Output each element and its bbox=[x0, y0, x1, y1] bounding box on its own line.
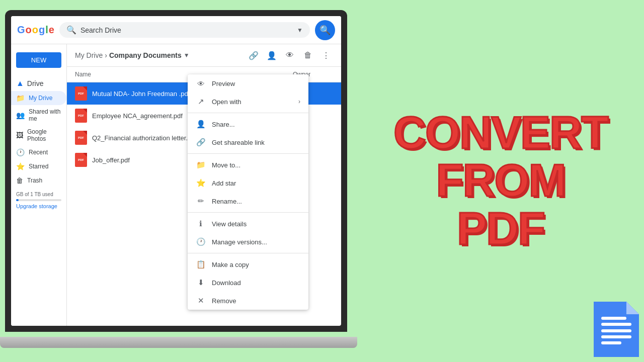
manage-versions-label: Manage versions... bbox=[212, 238, 267, 246]
logo-l: l bbox=[45, 24, 48, 36]
pdf-file-icon bbox=[75, 86, 87, 101]
logo-o2: o bbox=[32, 24, 38, 36]
remove-icon: ✕ bbox=[196, 296, 206, 306]
preview-icon: 👁 bbox=[196, 78, 206, 88]
link-toolbar-icon[interactable]: 🔗 bbox=[247, 48, 261, 62]
context-menu-item-rename[interactable]: ✏ Rename... bbox=[188, 192, 308, 210]
open-with-arrow-icon: › bbox=[298, 98, 300, 105]
context-menu-item-download[interactable]: ⬇ Download bbox=[188, 274, 308, 292]
shared-icon: 👥 bbox=[16, 111, 25, 119]
get-link-label: Get shareable link bbox=[212, 139, 265, 146]
overlay-line2: FROM bbox=[436, 159, 566, 203]
sidebar-item-starred[interactable]: ⭐ Starred bbox=[11, 159, 66, 173]
breadcrumb-current: Company Documents bbox=[109, 51, 182, 59]
laptop-screen: Google 🔍 ▼ 🔍 NEW bbox=[11, 16, 341, 326]
share-icon: 👤 bbox=[196, 119, 206, 129]
svg-rect-4 bbox=[601, 341, 621, 344]
photos-icon: 🖼 bbox=[16, 131, 23, 139]
storage-bar bbox=[16, 199, 61, 201]
search-bar[interactable]: 🔍 ▼ bbox=[59, 22, 310, 38]
logo-g2: g bbox=[39, 24, 45, 36]
make-copy-icon: 📋 bbox=[196, 259, 206, 269]
view-details-icon: ℹ bbox=[196, 219, 206, 229]
context-divider bbox=[188, 253, 308, 253]
remove-label: Remove bbox=[212, 297, 236, 305]
move-to-label: Move to... bbox=[212, 161, 240, 169]
starred-label: Starred bbox=[29, 163, 48, 170]
sidebar-item-trash[interactable]: 🗑 Trash bbox=[11, 173, 66, 188]
context-menu-item-open-with[interactable]: ↗ Open with › bbox=[188, 93, 308, 111]
drive-icon: ▲ bbox=[16, 79, 24, 88]
breadcrumb-separator: › bbox=[105, 51, 107, 59]
breadcrumb: My Drive › Company Documents ▼ bbox=[75, 51, 243, 59]
main-area: NEW ▲ Drive 📁 My Drive 👥 Shared with me bbox=[11, 44, 341, 326]
svg-rect-2 bbox=[601, 329, 631, 332]
sidebar-item-recent[interactable]: 🕐 Recent bbox=[11, 145, 66, 159]
context-divider bbox=[188, 212, 308, 213]
get-link-icon: 🔗 bbox=[196, 137, 206, 147]
laptop-body: Google 🔍 ▼ 🔍 NEW bbox=[5, 10, 347, 332]
my-drive-icon: 📁 bbox=[16, 94, 25, 102]
download-label: Download bbox=[212, 279, 241, 287]
content-area: My Drive › Company Documents ▼ 🔗 👤 👁 🗑 bbox=[66, 44, 341, 326]
top-bar: Google 🔍 ▼ 🔍 bbox=[11, 16, 341, 44]
add-star-icon: ⭐ bbox=[196, 178, 206, 188]
breadcrumb-root[interactable]: My Drive bbox=[75, 51, 103, 59]
rename-label: Rename... bbox=[212, 198, 242, 205]
context-menu-item-share[interactable]: 👤 Share... bbox=[188, 115, 308, 133]
context-menu-item-remove[interactable]: ✕ Remove bbox=[188, 292, 308, 310]
search-input[interactable] bbox=[80, 26, 293, 34]
make-copy-label: Make a copy bbox=[212, 261, 249, 268]
add-star-label: Add star bbox=[212, 179, 236, 187]
share-toolbar-icon[interactable]: 👤 bbox=[265, 48, 279, 62]
context-menu-item-add-star[interactable]: ⭐ Add star bbox=[188, 174, 308, 192]
my-drive-label: My Drive bbox=[29, 95, 52, 102]
svg-rect-3 bbox=[601, 335, 631, 338]
folder-dropdown-icon[interactable]: ▼ bbox=[184, 52, 190, 59]
context-menu-item-manage-versions[interactable]: 🕐 Manage versions... bbox=[188, 233, 308, 251]
preview-label: Preview bbox=[212, 80, 235, 87]
search-dropdown-icon[interactable]: ▼ bbox=[297, 27, 303, 34]
sidebar-item-photos[interactable]: 🖼 Google Photos bbox=[11, 125, 66, 145]
overlay-line1: CONVERT bbox=[393, 112, 608, 155]
drive-header: ▲ Drive bbox=[11, 76, 66, 91]
google-logo: Google bbox=[17, 24, 54, 36]
google-docs-icon bbox=[594, 302, 639, 357]
sidebar-item-shared[interactable]: 👥 Shared with me bbox=[11, 105, 66, 125]
context-menu-item-move-to[interactable]: 📁 Move to... bbox=[188, 156, 308, 174]
context-menu-item-preview[interactable]: 👁 Preview bbox=[188, 74, 308, 93]
context-menu-item-make-copy[interactable]: 📋 Make a copy bbox=[188, 255, 308, 274]
context-menu-item-view-details[interactable]: ℹ View details bbox=[188, 215, 308, 233]
context-menu-item-get-link[interactable]: 🔗 Get shareable link bbox=[188, 133, 308, 151]
delete-toolbar-icon[interactable]: 🗑 bbox=[301, 48, 315, 62]
overlay-line3: PDF bbox=[457, 208, 544, 251]
toolbar-icons: 🔗 👤 👁 🗑 ⋮ bbox=[247, 48, 333, 62]
context-divider bbox=[188, 153, 308, 154]
folder-toolbar: My Drive › Company Documents ▼ 🔗 👤 👁 🗑 bbox=[67, 44, 341, 67]
share-label: Share... bbox=[212, 121, 235, 128]
trash-label: Trash bbox=[27, 177, 42, 184]
storage-section: GB of 1 TB used Upgrade storage bbox=[11, 188, 66, 213]
trash-icon: 🗑 bbox=[16, 176, 23, 185]
pdf-file-icon bbox=[75, 109, 87, 123]
move-to-icon: 📁 bbox=[196, 160, 206, 170]
shared-label: Shared with me bbox=[29, 108, 61, 122]
svg-marker-1 bbox=[626, 302, 639, 314]
svg-rect-5 bbox=[601, 317, 626, 320]
logo-e: e bbox=[49, 24, 54, 36]
storage-fill bbox=[16, 199, 19, 201]
photos-label: Google Photos bbox=[27, 128, 61, 142]
preview-toolbar-icon[interactable]: 👁 bbox=[283, 48, 297, 62]
new-button[interactable]: NEW bbox=[16, 52, 61, 68]
pdf-file-icon bbox=[75, 131, 87, 145]
sidebar-item-my-drive[interactable]: 📁 My Drive bbox=[11, 91, 66, 105]
manage-versions-icon: 🕐 bbox=[196, 237, 206, 247]
search-submit-icon: 🔍 bbox=[319, 25, 331, 36]
starred-icon: ⭐ bbox=[16, 162, 25, 170]
search-button[interactable]: 🔍 bbox=[315, 20, 335, 40]
more-toolbar-icon[interactable]: ⋮ bbox=[319, 48, 333, 62]
recent-icon: 🕐 bbox=[16, 148, 25, 156]
laptop-container: Google 🔍 ▼ 🔍 NEW bbox=[0, 0, 357, 362]
logo-g: G bbox=[17, 24, 25, 36]
upgrade-storage-button[interactable]: Upgrade storage bbox=[16, 203, 61, 209]
